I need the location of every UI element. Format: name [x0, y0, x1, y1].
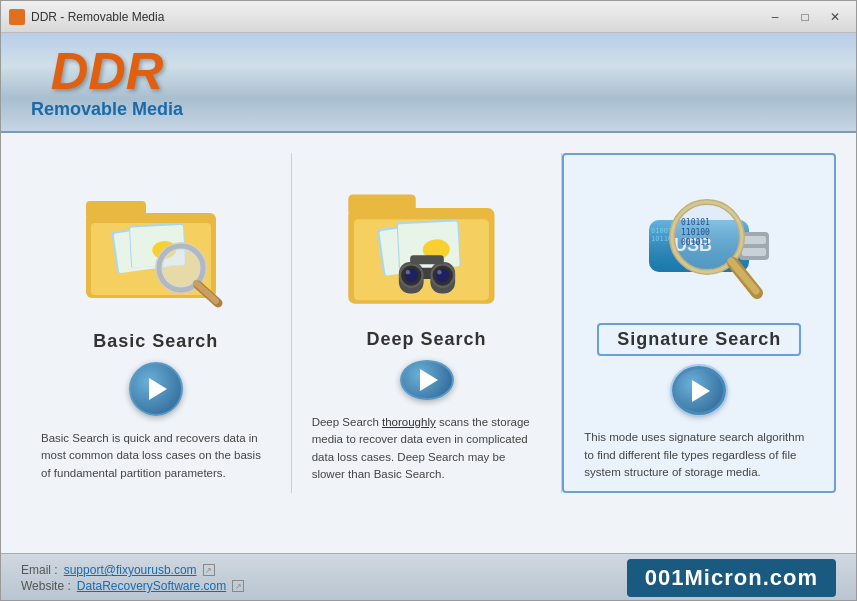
footer-website-row: Website : DataRecoverySoftware.com ↗: [21, 579, 244, 593]
website-label: Website :: [21, 579, 71, 593]
title-bar-controls: – □ ✕: [762, 6, 848, 28]
footer-email-row: Email : support@fixyourusb.com ↗: [21, 563, 244, 577]
ext-link-icon[interactable]: ↗: [203, 564, 215, 576]
svg-point-30: [437, 270, 442, 275]
search-options: Basic Search Basic Search is quick and r…: [21, 153, 836, 493]
play-icon: [692, 380, 710, 402]
deep-search-icon: [337, 163, 517, 321]
logo-ddr: DDR: [51, 45, 164, 97]
svg-rect-14: [348, 195, 416, 215]
basic-search-play-button[interactable]: [129, 362, 183, 416]
basic-search-title: Basic Search: [93, 331, 218, 352]
logo-sub: Removable Media: [31, 99, 183, 120]
svg-text:001011: 001011: [681, 238, 710, 247]
app-icon: [9, 9, 25, 25]
title-bar-left: DDR - Removable Media: [9, 9, 164, 25]
footer-links: Email : support@fixyourusb.com ↗ Website…: [21, 563, 244, 593]
title-bar: DDR - Removable Media – □ ✕: [1, 1, 856, 33]
signature-search-title: Signature Search: [597, 323, 801, 356]
svg-point-29: [405, 270, 410, 275]
maximize-button[interactable]: □: [792, 6, 818, 28]
minimize-button[interactable]: –: [762, 6, 788, 28]
logo-container: DDR Removable Media: [31, 45, 183, 120]
play-icon: [420, 369, 438, 391]
svg-text:10110: 10110: [651, 235, 672, 243]
svg-rect-1: [86, 201, 146, 219]
signature-search-desc: This mode uses signature search algorith…: [584, 429, 814, 481]
deep-search-desc: Deep Search thoroughly scans the storage…: [312, 414, 542, 483]
window-title: DDR - Removable Media: [31, 10, 164, 24]
close-button[interactable]: ✕: [822, 6, 848, 28]
svg-text:010101: 010101: [681, 218, 710, 227]
footer-brand: 001Micron.com: [627, 559, 836, 597]
svg-text:110100: 110100: [681, 228, 710, 237]
app-footer: Email : support@fixyourusb.com ↗ Website…: [1, 553, 856, 601]
basic-search-option[interactable]: Basic Search Basic Search is quick and r…: [21, 153, 292, 493]
svg-text:01001: 01001: [651, 227, 672, 235]
signature-search-icon: USB 01001 10110 010101 110100 001011: [609, 165, 789, 315]
deep-search-play-button[interactable]: [400, 360, 454, 401]
basic-search-icon: [66, 163, 246, 323]
basic-search-desc: Basic Search is quick and recovers data …: [41, 430, 271, 482]
signature-search-play-button[interactable]: [672, 366, 726, 415]
main-content: Basic Search Basic Search is quick and r…: [1, 133, 856, 553]
ext-link-icon-2[interactable]: ↗: [232, 580, 244, 592]
email-label: Email :: [21, 563, 58, 577]
play-icon: [149, 378, 167, 400]
deep-search-title: Deep Search: [366, 329, 486, 350]
svg-rect-31: [410, 255, 444, 264]
email-link[interactable]: support@fixyourusb.com: [64, 563, 197, 577]
deep-search-option[interactable]: Deep Search Deep Search thoroughly scans…: [292, 153, 563, 493]
svg-rect-35: [742, 236, 766, 244]
svg-rect-36: [742, 248, 766, 256]
website-link[interactable]: DataRecoverySoftware.com: [77, 579, 226, 593]
app-header: DDR Removable Media: [1, 33, 856, 133]
signature-search-option[interactable]: USB 01001 10110 010101 110100 001011 Sig…: [562, 153, 836, 493]
